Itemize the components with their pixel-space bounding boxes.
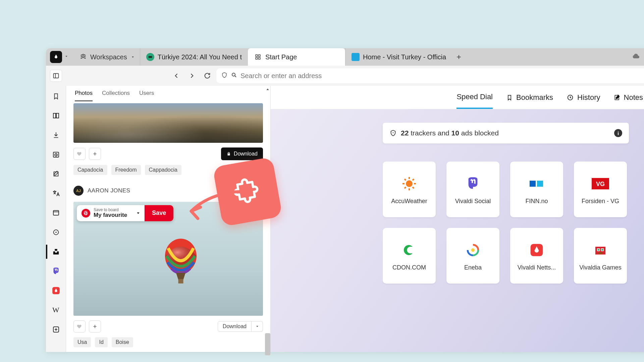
game-icon [591,241,610,259]
dial-vivaldia-games[interactable]: Vivaldia Games [574,228,627,284]
svg-rect-19 [178,279,183,283]
forward-button[interactable] [188,72,196,79]
add-button[interactable] [89,148,101,160]
start-page: Speed Dial Bookmarks History Notes 22 tr… [271,86,644,352]
pin-board-dropdown[interactable] [132,205,145,221]
history-panel-icon[interactable] [50,149,62,160]
svg-rect-33 [598,249,599,250]
window-panel-icon[interactable] [50,207,62,219]
pin-save-button[interactable]: Save [145,205,173,221]
shield-icon [389,129,397,137]
tab-start-page[interactable]: Start Page [248,48,345,66]
download-label: Download [234,151,258,157]
dial-cdon[interactable]: CDON.COM [383,228,436,284]
tags-row: Usa Id Boise [66,337,270,352]
sync-icon[interactable] [632,52,640,62]
tab-label: Türkiye 2024: All You Need t [158,53,242,61]
shield-icon[interactable] [221,72,228,80]
author-name: AARON JONES [88,187,130,194]
tag[interactable]: Cappadocia [145,165,181,175]
tag[interactable]: Id [95,337,107,347]
browser-window: Workspaces Türkiye 2024: All You Need t … [46,48,644,352]
tracker-blocked-bar[interactable]: 22 trackers and 10 ads blocked i [383,123,629,143]
new-tab-button[interactable] [452,54,466,60]
downloads-panel-icon[interactable] [50,129,62,141]
tab-speed-dial[interactable]: Speed Dial [457,86,493,109]
cdon-icon [400,241,419,259]
tab-label: Start Page [265,53,297,61]
tab-visit-turkey[interactable]: Home - Visit Turkey - Officia [345,48,452,66]
like-button[interactable] [73,320,86,333]
tab-photos[interactable]: Photos [75,90,93,101]
speed-dial-grid: AccuWeather Vivaldi Social FINN.no VG Fo… [383,162,627,284]
tab-notes[interactable]: Notes [614,86,643,109]
svg-rect-8 [54,73,59,78]
tripadvisor-icon [146,53,154,61]
back-button[interactable] [173,72,180,79]
tag[interactable]: Boise [112,337,133,347]
download-button[interactable]: Download [221,147,263,160]
tab-bookmarks[interactable]: Bookmarks [506,86,553,109]
like-button[interactable] [73,148,86,160]
dial-accuweather[interactable]: AccuWeather [383,162,436,217]
search-icon [231,72,237,80]
dial-vivaldi-nett[interactable]: Vivaldi Netts... [510,228,563,284]
add-panel-icon[interactable] [50,324,62,335]
panel-tabs: Photos Collections Users [66,86,270,101]
scroll-up-button[interactable] [264,86,271,93]
info-icon[interactable]: i [614,129,622,137]
chevron-down-icon [130,55,135,59]
tab-users[interactable]: Users [139,90,154,101]
tag[interactable]: Usa [73,337,91,347]
address-bar[interactable] [216,68,644,83]
download-button[interactable]: Download [218,321,252,332]
wikipedia-panel-icon[interactable]: W [50,304,62,316]
tab-turkiye[interactable]: Türkiye 2024: All You Need t [140,48,248,66]
mastodon-panel-icon[interactable] [50,265,62,277]
translate-panel-icon[interactable] [50,188,62,199]
svg-point-22 [393,132,394,133]
dial-eneba[interactable]: Eneba [446,228,499,284]
chevron-down-icon[interactable] [64,54,69,60]
svg-rect-25 [537,181,543,187]
vivaldi-panel-icon[interactable] [50,285,62,296]
svg-point-23 [406,180,413,187]
svg-point-3 [151,57,151,57]
photo-cappadocia[interactable] [73,103,263,143]
address-input[interactable] [240,72,644,80]
reading-list-icon[interactable] [50,110,62,121]
svg-rect-13 [53,210,59,215]
bookmarks-panel-icon[interactable] [50,90,62,102]
reload-button[interactable] [204,72,211,79]
panel-rail: W [46,86,66,352]
vivaldi-menu-button[interactable] [50,51,62,63]
tab-history[interactable]: History [567,86,600,109]
download-menu-button[interactable] [252,321,263,332]
svg-point-10 [232,73,235,76]
workspaces-label: Workspaces [90,53,127,61]
workspaces-icon [79,53,87,61]
panel-toggle-button[interactable] [50,70,62,82]
tag[interactable]: Freedom [111,165,141,175]
svg-text:VG: VG [596,181,605,187]
notes-panel-icon[interactable] [50,168,62,180]
feeds-panel-icon[interactable] [50,227,62,238]
dial-finn[interactable]: FINN.no [510,162,563,217]
unsplash-panel-icon[interactable] [50,246,62,257]
dial-vivaldi-social[interactable]: Vivaldi Social [446,162,499,217]
svg-rect-34 [601,249,603,250]
svg-rect-24 [530,181,536,187]
tab-label: Home - Visit Turkey - Officia [363,53,446,61]
add-button[interactable] [89,320,101,333]
workspaces-button[interactable]: Workspaces [75,53,140,61]
arrow-annotation [181,188,255,225]
scrollbar-thumb[interactable] [265,333,270,355]
tab-collections[interactable]: Collections [102,90,130,101]
svg-point-28 [471,248,475,252]
grid-icon [254,53,262,61]
tag[interactable]: Capadocia [73,165,107,175]
pin-board-name: My favourite [94,212,127,219]
svg-point-2 [149,57,150,57]
dial-vg[interactable]: VG Forsiden - VG [574,162,627,217]
svg-rect-7 [258,58,260,59]
